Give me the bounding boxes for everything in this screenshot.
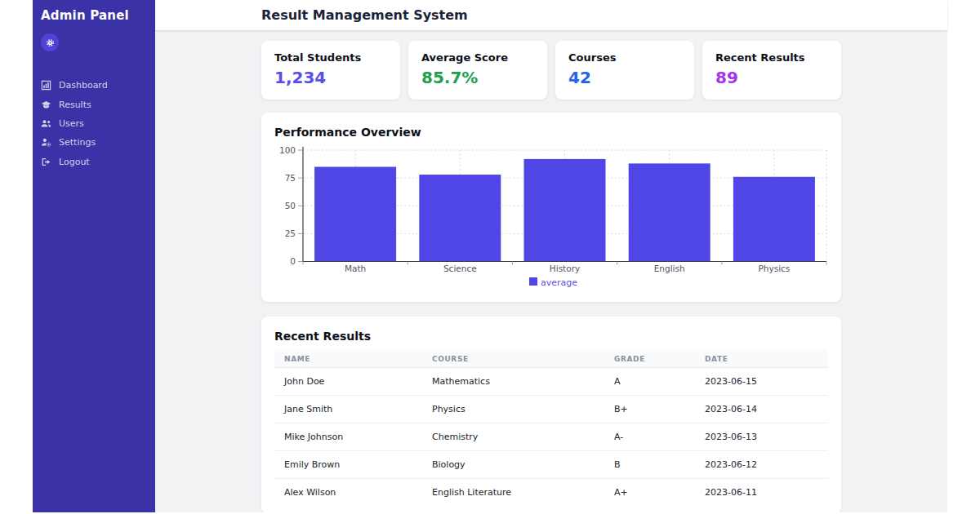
cell-name: Mike Johnson [274,432,422,442]
stat-value: 85.7% [421,68,534,87]
cell-date: 2023-06-13 [695,432,828,442]
performance-bar-chart[interactable]: 0255075100MathScienceHistoryEnglishPhysi… [261,139,841,299]
stat-value: 42 [568,68,681,87]
sidebar-item-label: Users [59,118,84,129]
sidebar-item-label: Results [59,100,91,110]
chart-bars [314,159,815,262]
content-container: Total Students1,234Average Score85.7%Cou… [261,41,841,512]
bar-science[interactable] [419,175,501,261]
stat-label: Average Score [421,51,534,64]
cell-name: John Doe [274,376,422,387]
table-row: Mike JohnsonChemistryA-2023-06-13 [274,423,828,451]
page-title: Result Management System [261,0,947,30]
table-body: John DoeMathematicsA2023-06-15Jane Smith… [274,368,828,506]
graduation-cap-icon [41,100,51,110]
cell-course: Chemistry [422,432,604,442]
content-area: Total Students1,234Average Score85.7%Cou… [155,30,947,512]
stat-label: Courses [568,51,681,64]
stat-card-recent-results: Recent Results89 [702,41,841,100]
results-table: NAMECOURSEGRADEDATE John DoeMathematicsA… [274,350,828,506]
cell-name: Jane Smith [274,404,422,414]
stat-value: 1,234 [274,68,387,87]
bar-physics[interactable] [733,177,815,262]
cell-date: 2023-06-12 [695,459,828,470]
bar-history[interactable] [524,159,606,262]
stat-card-average-score: Average Score85.7% [408,41,547,100]
table-row: Emily BrownBiologyB2023-06-12 [274,451,828,479]
column-header-name: NAME [274,355,422,363]
cell-grade: A+ [604,487,695,498]
bar-math[interactable] [314,166,396,261]
y-axis-label: 100 [279,145,296,155]
logout-icon [41,157,51,167]
column-header-course: COURSE [422,355,604,363]
table-title: Recent Results [274,330,828,343]
legend-label: average [541,277,577,288]
sidebar-item-logout[interactable]: Logout [41,153,147,171]
table-header-row: NAMECOURSEGRADEDATE [274,350,828,368]
user-gear-icon [41,137,51,148]
sidebar-item-label: Logout [59,157,90,167]
sidebar-title: Admin Panel [41,8,147,23]
table-row: John DoeMathematicsA2023-06-15 [274,368,828,396]
y-axis-labels: 0255075100 [279,145,296,267]
cell-grade: B+ [604,404,695,414]
stat-value: 89 [715,68,828,87]
column-header-date: DATE [695,355,828,363]
gear-icon [46,38,55,47]
x-axis-label: Math [345,264,366,273]
x-axis-label: Physics [758,264,790,273]
y-axis-label: 50 [285,201,296,210]
x-axis-label: English [654,264,685,273]
table-row: Jane SmithPhysicsB+2023-06-14 [274,396,828,423]
top-header: Result Management System [155,0,947,30]
recent-results-card: Recent Results NAMECOURSEGRADEDATE John … [261,317,841,512]
sidebar-item-users[interactable]: Users [41,114,147,133]
sidebar-item-label: Settings [59,137,96,148]
sidebar-item-dashboard[interactable]: Dashboard [41,76,147,95]
cell-course: Physics [422,404,604,414]
stat-label: Total Students [274,51,387,64]
cell-name: Alex Wilson [274,487,422,498]
sidebar-item-label: Dashboard [59,80,108,91]
settings-badge-button[interactable] [41,33,59,51]
legend-swatch [529,277,537,286]
cell-course: English Literature [422,487,604,498]
sidebar: Admin Panel DashboardResultsUsersSetting… [33,0,155,512]
stat-card-courses: Courses42 [555,41,694,100]
sidebar-item-results[interactable]: Results [41,95,147,113]
cell-date: 2023-06-11 [695,487,828,498]
y-axis-label: 25 [285,228,296,238]
table-row: Alex WilsonEnglish LiteratureA+2023-06-1… [274,479,828,506]
chart-title: Performance Overview [274,126,828,139]
cell-course: Biology [422,459,604,470]
cell-date: 2023-06-15 [695,376,828,387]
users-icon [41,118,51,129]
cell-date: 2023-06-14 [695,404,828,414]
bar-english[interactable] [629,163,710,261]
x-axis-labels: MathScienceHistoryEnglishPhysics [345,264,790,273]
column-header-grade: GRADE [604,355,695,363]
stats-row: Total Students1,234Average Score85.7%Cou… [261,41,841,100]
x-axis-label: Science [443,264,477,273]
cell-course: Mathematics [422,376,604,387]
cell-grade: A- [604,432,695,442]
stat-label: Recent Results [715,51,828,64]
x-axis-label: History [550,264,580,273]
sidebar-nav: DashboardResultsUsersSettingsLogout [41,76,147,171]
y-axis-label: 0 [290,256,296,266]
stat-card-total-students: Total Students1,234 [261,41,400,100]
cell-grade: B [604,459,695,470]
performance-overview-card: Performance Overview 0255075100MathScien… [261,113,841,302]
cell-name: Emily Brown [274,459,422,470]
sidebar-item-settings[interactable]: Settings [41,133,147,152]
y-axis-label: 75 [285,173,296,183]
chart-bar-icon [41,80,51,91]
chart-legend[interactable]: average [529,277,577,288]
cell-grade: A [604,376,695,387]
